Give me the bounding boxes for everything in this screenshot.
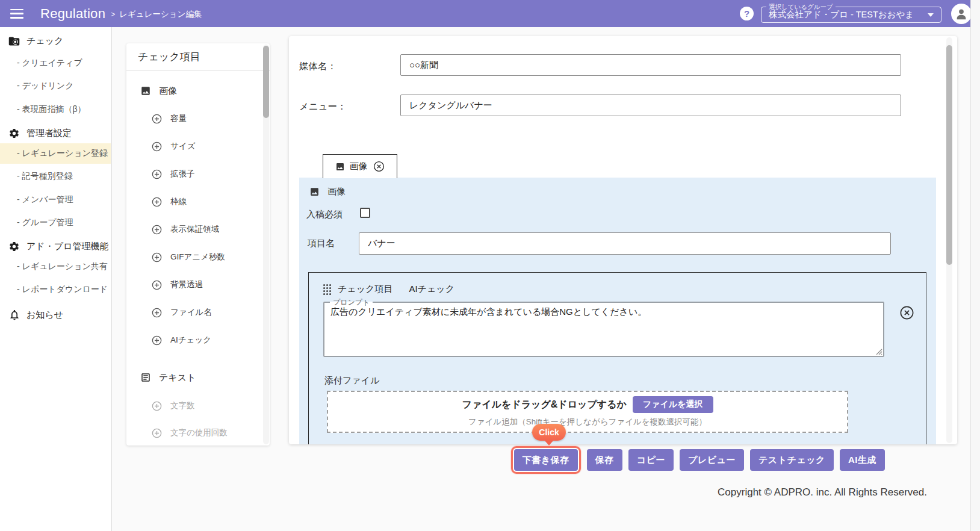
add-circle-icon — [151, 196, 163, 208]
item-name-label: 項目名 — [308, 238, 335, 249]
menu-input[interactable] — [400, 95, 901, 116]
sidebar-item-member-manage[interactable]: - メンバー管理 — [0, 193, 111, 207]
remove-check-icon[interactable] — [899, 305, 915, 321]
add-circle-icon — [151, 252, 163, 263]
sidebar-item-label: チェック — [26, 36, 63, 47]
check-card-title: チェック項目 — [338, 284, 392, 295]
breadcrumb-separator: > — [111, 10, 115, 19]
image-icon — [335, 162, 345, 172]
panel-item-capacity[interactable]: 容量 — [151, 111, 187, 126]
preview-button[interactable]: プレビュー — [680, 449, 744, 471]
group-selector-value: 株式会社アド・プロ - TESTおおやま — [769, 9, 914, 20]
form-scrollbar-thumb[interactable] — [946, 45, 952, 265]
sidebar: チェック - クリエイティブ - デッドリンク - 表現面指摘（β） 管理者設定… — [0, 27, 112, 531]
panel-item-extension[interactable]: 拡張子 — [151, 167, 195, 181]
panel-item-filename[interactable]: ファイル名 — [151, 305, 212, 320]
panel-item-gif-seconds[interactable]: GIFアニメ秒数 — [151, 250, 225, 264]
chevron-down-icon — [928, 13, 934, 17]
sidebar-item-expression[interactable]: - 表現面指摘（β） — [0, 102, 111, 117]
media-name-label: 媒体名： — [299, 60, 336, 73]
click-annotation-label: Click — [532, 424, 566, 441]
regulation-edit-form: 媒体名： メニュー： < 画像 > 画像 入稿必須 項目名 チェック項目 AIチ… — [289, 36, 957, 444]
draft-save-button[interactable]: 下書き保存 — [514, 449, 578, 471]
ai-generate-button[interactable]: AI生成 — [840, 449, 885, 471]
attach-file-label: 添付ファイル — [324, 375, 379, 387]
app-header: Regulation > レギュレーション編集 ? 選択しているグループ 株式会… — [0, 0, 980, 27]
add-circle-icon — [151, 113, 163, 125]
window-scrollbar[interactable] — [970, 0, 980, 531]
check-item-panel: チェック項目 画像 容量 サイズ 拡張子 枠線 表示保証領域 GIFアニメ秒数 … — [126, 43, 270, 446]
check-item-card: チェック項目 AIチェック プロンプト 広告のクリエイティブ素材に未成年が含まれ… — [308, 272, 926, 444]
app-title: Regulation — [40, 6, 105, 22]
menu-label: メニュー： — [299, 101, 347, 113]
click-annotation: Click — [532, 424, 566, 446]
sidebar-item-notice[interactable]: お知らせ — [0, 308, 111, 322]
sidebar-item-creative[interactable]: - クリエイティブ — [0, 56, 111, 70]
dropzone-text: ファイルをドラッグ&ドロップするか — [462, 399, 627, 411]
sidebar-item-report-download[interactable]: - レポートダウンロード — [0, 282, 111, 297]
avatar[interactable] — [951, 4, 972, 24]
person-icon — [955, 7, 968, 20]
panel-item-char-usage[interactable]: 文字の使用回数 — [151, 426, 228, 440]
sidebar-item-admin-settings[interactable]: 管理者設定 — [0, 126, 111, 140]
copy-button[interactable]: コピー — [628, 449, 674, 471]
panel-group-text: テキスト — [140, 370, 196, 385]
prompt-field: プロンプト 広告のクリエイティブ素材に未成年が含まれている場合NGとしてください… — [323, 299, 884, 357]
tab-label: 画像 — [350, 161, 368, 172]
prompt-textarea[interactable]: 広告のクリエイティブ素材に未成年が含まれている場合NGとしてください。 — [324, 305, 879, 345]
text-document-icon — [140, 372, 151, 383]
add-circle-icon — [151, 335, 163, 346]
sidebar-item-regulation-share[interactable]: - レギュレーション共有 — [0, 259, 111, 274]
check-panel-title: チェック項目 — [126, 43, 270, 71]
panel-scrollbar-thumb[interactable] — [263, 46, 269, 118]
check-card-type: AIチェック — [409, 284, 454, 295]
add-circle-icon — [151, 169, 163, 180]
add-circle-icon — [151, 141, 163, 152]
group-selector[interactable]: 選択しているグループ 株式会社アド・プロ - TESTおおやま — [761, 4, 941, 23]
file-dropzone[interactable]: ファイルをドラッグ&ドロップするか ファイルを選択 ファイル追加（Shiftキー… — [327, 391, 848, 433]
sidebar-item-check[interactable]: チェック — [0, 34, 111, 48]
panel-item-border[interactable]: 枠線 — [151, 194, 187, 209]
gear-icon — [8, 240, 20, 253]
add-circle-icon — [151, 279, 163, 291]
panel-group-image: 画像 — [140, 84, 177, 98]
image-tab-panel: 画像 入稿必須 項目名 チェック項目 AIチェック プロンプト 広告のクリエイテ… — [299, 178, 936, 444]
item-name-input[interactable] — [359, 232, 891, 255]
add-circle-icon — [151, 427, 163, 439]
save-button[interactable]: 保存 — [587, 449, 622, 471]
draft-save-highlight: 下書き保存 — [511, 446, 581, 474]
test-check-button[interactable]: テストチェック — [750, 449, 834, 471]
group-selector-label: 選択しているグループ — [766, 4, 836, 9]
panel-item-size[interactable]: サイズ — [151, 139, 195, 154]
sidebar-item-deadlink[interactable]: - デッドリンク — [0, 79, 111, 93]
panel-item-bg-transparent[interactable]: 背景透過 — [151, 278, 203, 292]
tab-image[interactable]: 画像 — [323, 154, 397, 178]
drag-handle-icon[interactable] — [323, 284, 331, 295]
add-circle-icon — [151, 307, 163, 318]
add-circle-icon — [151, 400, 163, 412]
resize-grip-icon[interactable] — [876, 349, 882, 355]
required-checkbox[interactable] — [360, 208, 370, 218]
add-circle-icon — [151, 224, 163, 235]
bell-icon — [8, 309, 20, 321]
tab-close-icon[interactable] — [373, 160, 385, 173]
section-title: 画像 — [309, 186, 346, 197]
sidebar-item-group-manage[interactable]: - グループ管理 — [0, 216, 111, 230]
breadcrumb: レギュレーション編集 — [119, 9, 202, 20]
panel-item-ai-check[interactable]: AIチェック — [151, 333, 211, 347]
folder-search-icon — [8, 35, 20, 48]
help-icon[interactable]: ? — [740, 7, 754, 20]
sidebar-item-symbol-register[interactable]: - 記号種別登録 — [0, 169, 111, 184]
copyright: Copyright © ADPRO. inc. All Rights Reser… — [718, 486, 927, 498]
panel-item-char-count[interactable]: 文字数 — [151, 399, 195, 413]
menu-icon[interactable] — [10, 9, 23, 19]
choose-file-button[interactable]: ファイルを選択 — [633, 396, 713, 413]
dropzone-hint: ファイル追加（Shiftキーを押しながらファイルを複数選択可能） — [468, 417, 707, 427]
image-icon — [309, 187, 320, 197]
media-name-input[interactable] — [400, 54, 901, 76]
image-icon — [140, 85, 151, 96]
action-buttons: 下書き保存 保存 コピー プレビュー テストチェック AI生成 — [511, 446, 885, 474]
sidebar-item-adpro-admin[interactable]: アド・プロ管理機能 — [0, 239, 111, 253]
panel-item-safe-area[interactable]: 表示保証領域 — [151, 222, 219, 237]
sidebar-item-regulation-register[interactable]: - レギュレーション登録 — [0, 143, 111, 164]
